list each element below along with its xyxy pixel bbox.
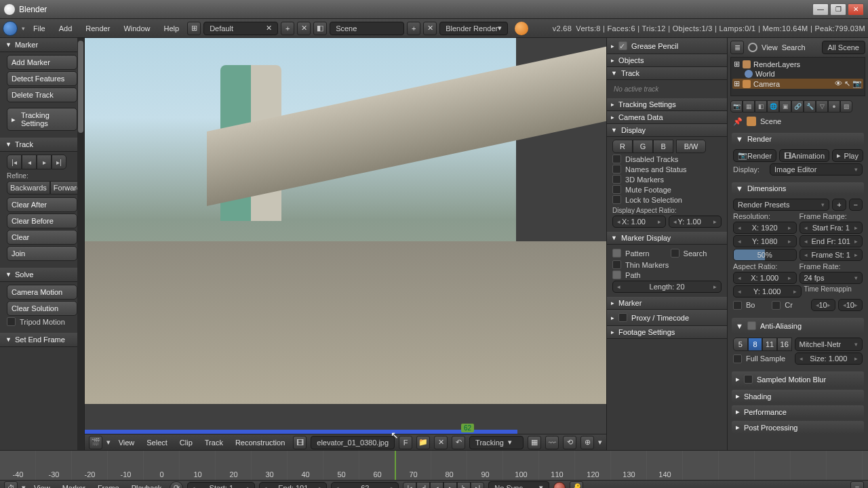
maximize-button[interactable]: ❐: [830, 3, 846, 16]
jump-end-button[interactable]: ▸|: [471, 482, 484, 489]
clip-clip-menu[interactable]: Clip: [176, 437, 197, 448]
track-step-back-button[interactable]: ◂: [22, 155, 37, 169]
track-header[interactable]: ▼Track: [607, 67, 727, 80]
timeline-frame-menu[interactable]: Frame: [94, 483, 123, 489]
tab-layers[interactable]: ▦: [743, 100, 755, 113]
scene-dropdown[interactable]: Scene: [330, 22, 404, 35]
clip-view-menu[interactable]: View: [115, 437, 139, 448]
aa-11-button[interactable]: 11: [762, 338, 777, 351]
start-frame-field[interactable]: ◂Start: 1▸: [187, 482, 255, 489]
clip-pivot-icon[interactable]: ⊕: [580, 436, 594, 449]
current-frame-field[interactable]: ◂62▸: [331, 482, 399, 489]
clip-browse-icon[interactable]: 🎞: [293, 436, 307, 449]
refine-backwards-button[interactable]: Backwards: [7, 181, 50, 195]
play-fwd-button[interactable]: ▸: [443, 482, 457, 489]
channel-bw-button[interactable]: B/W: [676, 140, 706, 153]
play-rev-button[interactable]: ◂: [430, 482, 443, 489]
clip-recon-menu[interactable]: Reconstruction: [231, 437, 289, 448]
track-jump-back-button[interactable]: |◂: [7, 155, 22, 169]
clip-undo-icon[interactable]: ↶: [452, 436, 465, 449]
pin-icon[interactable]: 📌: [733, 117, 743, 126]
panel-track-header[interactable]: ▼Track: [0, 138, 84, 152]
dimensions-header[interactable]: ▼Dimensions: [732, 182, 864, 195]
menu-help[interactable]: Help: [159, 22, 185, 35]
track-step-fwd-button[interactable]: ▸: [37, 155, 52, 169]
tab-material[interactable]: ●: [828, 100, 840, 113]
render-icon[interactable]: 📷: [852, 79, 862, 88]
aa-header[interactable]: ▼Anti-Aliasing: [732, 318, 864, 333]
render-section-header[interactable]: ▼Render: [732, 133, 864, 145]
animation-button[interactable]: 🎞Animation: [779, 149, 829, 162]
disabled-tracks-check[interactable]: Disabled Tracks: [612, 155, 722, 163]
autokey-icon[interactable]: 🔑: [570, 481, 583, 489]
tab-modifiers[interactable]: 🔧: [804, 100, 816, 113]
clip-f-button[interactable]: F: [399, 436, 412, 449]
play-button[interactable]: ▸Play: [832, 149, 863, 162]
menu-window[interactable]: Window: [118, 22, 155, 35]
timeline-options-icon[interactable]: ≡: [850, 481, 864, 489]
tab-object[interactable]: ▣: [779, 100, 791, 113]
clip-lock-icon[interactable]: ⟲: [563, 436, 576, 449]
clip-display-icon[interactable]: ▦: [528, 436, 541, 449]
add-scene-button[interactable]: +: [407, 22, 420, 35]
3d-markers-check[interactable]: 3D Markers: [612, 175, 722, 184]
clear-after-button[interactable]: Clear After: [7, 197, 77, 212]
path-length-field[interactable]: ◂Length: 20▸: [612, 281, 722, 293]
preset-del-button[interactable]: −: [849, 199, 863, 211]
performance-header[interactable]: ▸Performance: [732, 405, 864, 418]
res-pct-slider[interactable]: 50%: [733, 249, 797, 261]
camera-data-header[interactable]: ▸Camera Data: [607, 111, 727, 124]
record-button[interactable]: [553, 482, 566, 489]
minimize-button[interactable]: ―: [812, 3, 829, 16]
camera-motion-button[interactable]: Camera Motion: [7, 285, 77, 300]
path-check[interactable]: Path: [612, 270, 722, 279]
timeline-sync-icon[interactable]: ⟳: [170, 481, 183, 489]
aspect-y-field[interactable]: ◂Y: 1.00▸: [669, 216, 722, 228]
del-scene-button[interactable]: ✕: [423, 22, 437, 35]
engine-dropdown[interactable]: Blender Render▾: [439, 22, 508, 35]
outliner-filter-icon[interactable]: [748, 43, 757, 52]
clip-viewport[interactable]: 62: [85, 38, 606, 434]
tab-world[interactable]: 🌐: [767, 100, 779, 113]
aspect-x-field[interactable]: ◂X: 1.00▸: [612, 216, 665, 228]
border-check[interactable]: Bo: [733, 300, 769, 310]
keyframe-prev-button[interactable]: ◂|: [416, 482, 430, 489]
frame-start-field[interactable]: ◂Start Fra: 1▸: [800, 222, 863, 234]
aa-16-button[interactable]: 16: [777, 338, 792, 351]
aa-size-field[interactable]: ◂Size: 1.000▸: [795, 352, 863, 365]
timeline-type-icon[interactable]: ⏱: [4, 481, 18, 489]
outliner[interactable]: ⊞RenderLayers World ⊞Camera👁↖📷: [730, 57, 865, 96]
render-button[interactable]: 📷Render: [733, 149, 776, 162]
clear-before-button[interactable]: Clear Before: [7, 214, 77, 228]
panel-setend-header[interactable]: ▼Set End Frame: [0, 333, 84, 347]
join-button[interactable]: Join: [7, 246, 77, 261]
res-x-field[interactable]: ◂X: 1920▸: [733, 222, 797, 234]
close-button[interactable]: ✕: [848, 3, 864, 16]
tab-render[interactable]: 📷: [730, 100, 743, 113]
clear-button[interactable]: Clear: [7, 230, 77, 245]
fps-dropdown[interactable]: 24 fps▾: [800, 272, 863, 284]
eye-icon[interactable]: 👁: [835, 79, 842, 88]
timeline-view-menu[interactable]: View: [30, 483, 54, 489]
menu-add[interactable]: Add: [54, 22, 78, 35]
remap-new-field[interactable]: ◂10▸: [838, 299, 863, 311]
menu-file[interactable]: File: [28, 22, 51, 35]
frame-step-field[interactable]: ◂Frame St: 1▸: [800, 249, 863, 261]
marker-header[interactable]: ▸Marker: [607, 297, 727, 310]
frame-end-field[interactable]: ◂End Fr: 101▸: [800, 235, 863, 247]
timeline-marker-menu[interactable]: Marker: [58, 483, 90, 489]
clip-curve-icon[interactable]: 〰: [545, 436, 559, 449]
display-header[interactable]: ▼Display: [607, 124, 727, 137]
tab-scene[interactable]: ◧: [755, 100, 767, 113]
display-dropdown[interactable]: Image Editor▾: [770, 163, 863, 176]
outliner-renderlayers[interactable]: ⊞RenderLayers: [732, 59, 863, 69]
clip-track-menu[interactable]: Track: [201, 437, 227, 448]
track-jump-fwd-button[interactable]: ▸|: [52, 155, 66, 169]
scene-icon[interactable]: ◧: [313, 22, 327, 35]
del-layout-button[interactable]: ✕: [297, 22, 311, 35]
footage-settings-header[interactable]: ▸Footage Settings: [607, 326, 727, 339]
tripod-motion-check[interactable]: Tripod Motion: [7, 317, 77, 326]
channel-r-button[interactable]: R: [612, 140, 633, 153]
preset-add-button[interactable]: +: [832, 199, 846, 211]
aa-5-button[interactable]: 5: [733, 338, 748, 351]
